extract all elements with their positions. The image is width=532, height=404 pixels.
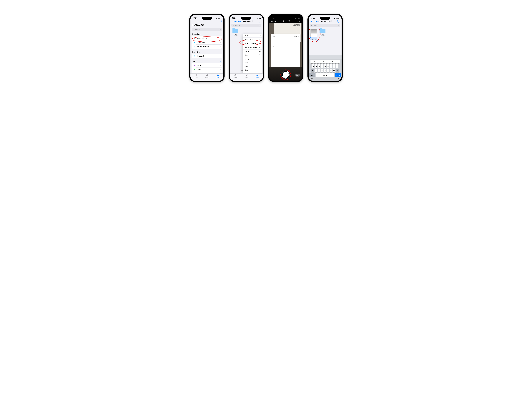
search-input[interactable]: Search xyxy=(192,28,222,31)
tag-green[interactable]: Green› xyxy=(192,67,222,72)
key-z[interactable]: Z xyxy=(315,69,317,72)
key-123[interactable]: 123 xyxy=(309,73,315,77)
tab-shared[interactable]: Shared xyxy=(206,74,209,78)
key-u[interactable]: U xyxy=(328,60,331,63)
chevron-down-icon[interactable] xyxy=(220,51,221,53)
folder-test[interactable]: test☁︎ 26 items xyxy=(232,29,239,36)
key-a[interactable]: A xyxy=(312,64,314,68)
menu-icons[interactable]: ✓Icons xyxy=(243,50,262,53)
menu-tags[interactable]: Tags xyxy=(243,72,262,73)
search-placeholder: Search xyxy=(235,25,240,26)
location-recently-deleted[interactable]: Recently Deleted› xyxy=(192,44,222,49)
home-indicator[interactable] xyxy=(201,80,213,80)
key-n[interactable]: N xyxy=(330,69,332,72)
chevron-down-icon[interactable] xyxy=(220,61,221,62)
title-chevron-icon[interactable]: ⌄ xyxy=(330,20,332,22)
key-j[interactable]: J xyxy=(330,64,332,68)
status-breadcrumb[interactable]: ◀︎ Search xyxy=(193,17,197,18)
scanned-document-item[interactable]: Scanned Document xyxy=(310,29,317,40)
key-r[interactable]: R xyxy=(319,60,322,63)
tag-red[interactable]: Red› xyxy=(192,72,222,73)
favorite-downloads[interactable]: Downloads› xyxy=(192,54,222,58)
home-indicator[interactable] xyxy=(319,80,331,80)
key-y[interactable]: Y xyxy=(325,60,328,63)
key-l[interactable]: L xyxy=(336,64,338,68)
auto-button[interactable]: Auto xyxy=(297,20,300,22)
menu-connect-server[interactable]: Connect to Server xyxy=(243,45,262,49)
menu-name[interactable]: ✓Name⌃ xyxy=(243,57,262,61)
back-button[interactable]: iCloud Drive xyxy=(231,20,241,22)
menu-kind[interactable]: Kind xyxy=(243,61,262,65)
tab-browse[interactable]: Browse xyxy=(216,74,220,78)
page-title: Downloads⌄ xyxy=(321,20,332,22)
tag-purple[interactable]: Purple› xyxy=(192,63,222,67)
key-space[interactable]: space xyxy=(316,73,334,77)
search-input[interactable]: Search xyxy=(310,24,340,27)
key-q[interactable]: Q xyxy=(311,60,313,63)
key-o[interactable]: O xyxy=(334,60,337,63)
tab-shared[interactable]: Shared xyxy=(245,74,248,78)
emoji-button[interactable]: ☺ xyxy=(311,77,313,80)
status-breadcrumb[interactable]: ◀︎ Search xyxy=(232,17,236,18)
menu-size[interactable]: Size xyxy=(243,68,262,72)
key-b[interactable]: B xyxy=(327,69,329,72)
title-chevron-icon[interactable]: ⌄ xyxy=(252,20,253,22)
tab-browse[interactable]: Browse xyxy=(256,74,259,78)
location-icloud-drive[interactable]: iCloud Drive› xyxy=(192,40,222,44)
tab-recents[interactable]: Recents xyxy=(194,74,198,78)
tag-dot-icon xyxy=(194,73,195,74)
folder-test[interactable]: test☁︎ 26 items xyxy=(319,29,326,40)
rename-input[interactable]: Scanned Document xyxy=(310,37,317,40)
menu-select[interactable]: Select xyxy=(243,34,262,38)
key-m[interactable]: M xyxy=(333,69,335,72)
page-title: Downloads⌄ xyxy=(243,20,253,22)
key-i[interactable]: I xyxy=(331,60,334,63)
key-p[interactable]: P xyxy=(337,60,340,63)
mic-icon[interactable] xyxy=(219,29,221,30)
more-button[interactable]: ⋯ xyxy=(219,19,222,22)
key-k[interactable]: K xyxy=(333,64,335,68)
home-indicator[interactable] xyxy=(240,80,252,80)
shutter-button[interactable] xyxy=(282,71,289,78)
locations-header: Locations xyxy=(192,33,201,35)
flash-icon[interactable] xyxy=(283,20,284,22)
more-button[interactable]: ⋯ xyxy=(259,20,261,23)
filter-icon[interactable] xyxy=(288,20,290,22)
back-button[interactable]: iCloud Drive xyxy=(310,20,320,22)
menu-scan-documents[interactable]: Scan Documents xyxy=(243,42,262,45)
svg-rect-20 xyxy=(260,51,260,52)
tab-recents[interactable]: Recents xyxy=(234,74,238,78)
mic-icon[interactable] xyxy=(259,25,260,26)
key-f[interactable]: F xyxy=(321,64,323,68)
key-d[interactable]: D xyxy=(318,64,320,68)
key-done[interactable]: done xyxy=(335,73,341,77)
key-t[interactable]: T xyxy=(322,60,325,63)
cellular-icon xyxy=(334,18,335,19)
key-e[interactable]: E xyxy=(317,60,319,63)
location-on-my-iphone[interactable]: On My iPhone› xyxy=(192,36,222,40)
key-c[interactable]: C xyxy=(321,69,323,72)
wifi-icon xyxy=(217,18,219,19)
menu-date[interactable]: Date xyxy=(243,65,262,68)
search-input[interactable]: Search xyxy=(231,24,261,27)
mic-icon[interactable] xyxy=(337,25,339,26)
key-backspace[interactable] xyxy=(336,69,339,72)
scan-icon xyxy=(259,43,261,44)
key-s[interactable]: S xyxy=(315,64,317,68)
key-v[interactable]: V xyxy=(324,69,326,72)
save-button[interactable]: Save xyxy=(294,74,300,76)
tags-header: Tags xyxy=(192,60,196,63)
menu-list[interactable]: List xyxy=(243,53,262,57)
chevron-down-icon[interactable] xyxy=(220,33,221,35)
tags-list: Purple› Green› Red› Home› Yellow› xyxy=(192,63,222,73)
key-g[interactable]: G xyxy=(324,64,326,68)
home-indicator[interactable] xyxy=(280,80,292,80)
cancel-button[interactable]: Cancel xyxy=(271,20,276,22)
menu-new-folder[interactable]: New Folder xyxy=(243,38,262,42)
key-h[interactable]: H xyxy=(327,64,329,68)
key-w[interactable]: W xyxy=(313,60,316,63)
key-x[interactable]: X xyxy=(318,69,320,72)
key-shift[interactable] xyxy=(311,69,314,72)
dictation-button[interactable] xyxy=(337,77,339,80)
more-button[interactable]: ⋯ xyxy=(337,20,340,23)
